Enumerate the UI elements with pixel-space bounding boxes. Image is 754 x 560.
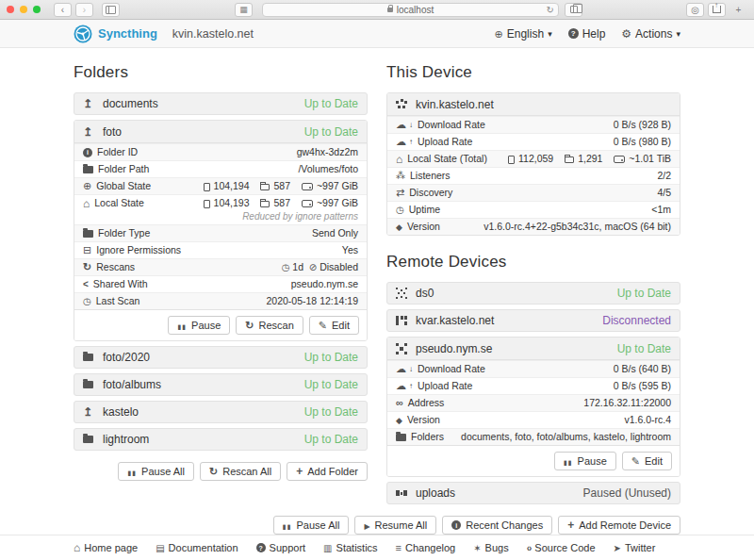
- code-icon: [527, 543, 532, 553]
- sidebar-toggle-button[interactable]: [102, 3, 120, 17]
- folder-row-documents[interactable]: documents Up to Date: [74, 92, 368, 115]
- detail-row: ↑Upload Rate 0 B/s (595 B): [387, 377, 680, 394]
- detail-row: Discovery 4/5: [387, 184, 680, 201]
- device-row-uploads[interactable]: uploads Paused (Unused): [386, 482, 680, 504]
- detail-row: Version v1.6.0-rc.4+22-g5b34c31c, macOS …: [387, 218, 680, 235]
- folder-path-value: /Volumes/foto: [298, 163, 358, 175]
- tag-icon: [396, 222, 402, 232]
- rescan-icon: [245, 321, 254, 331]
- caret-down-icon: ▾: [676, 29, 680, 39]
- footer-link-twitter[interactable]: Twitter: [614, 542, 656, 553]
- device-row-kvar[interactable]: kvar.kastelo.net Disconnected: [386, 309, 680, 332]
- sidebar-icon: [106, 6, 116, 14]
- folder-row-lightroom[interactable]: lightroom Up to Date: [74, 428, 368, 451]
- folders-title: Folders: [74, 63, 368, 82]
- privacy-report-button[interactable]: ◎: [686, 3, 704, 17]
- folder-row-foto[interactable]: foto Up to Date: [74, 121, 367, 143]
- help-label: Help: [582, 27, 606, 41]
- sitemap-icon: [396, 171, 405, 181]
- app-navbar: Syncthing kvin.kastelo.net English ▾ ? H…: [0, 20, 754, 48]
- reload-icon[interactable]: ↻: [547, 5, 554, 15]
- pause-all-devices-button[interactable]: Pause All: [273, 516, 350, 535]
- forward-button[interactable]: ›: [75, 3, 93, 17]
- folder-name: foto/2020: [103, 351, 150, 364]
- caret-down-icon: ▾: [548, 29, 552, 39]
- syncthing-brand[interactable]: Syncthing: [74, 25, 157, 43]
- folder-row-foto-2020[interactable]: foto/2020 Up to Date: [74, 346, 368, 369]
- device-identicon: [396, 343, 407, 354]
- this-device-panel: kvin.kastelo.net ↓Download Rate 0 B/s (9…: [386, 92, 680, 236]
- share-button[interactable]: ↑: [708, 3, 726, 17]
- folder-name: foto/albums: [103, 378, 161, 391]
- directories-icon: [260, 184, 270, 190]
- back-button[interactable]: ‹: [54, 3, 72, 17]
- url-text: localhost: [397, 5, 434, 15]
- device-row-ds0[interactable]: ds0 Up to Date: [386, 282, 680, 305]
- actions-menu[interactable]: Actions ▾: [621, 27, 680, 41]
- edit-device-button[interactable]: Edit: [622, 452, 672, 470]
- footer-link-home[interactable]: Home page: [74, 542, 138, 553]
- version-value: v1.6.0-rc.4: [624, 414, 671, 426]
- add-folder-button[interactable]: Add Folder: [287, 462, 368, 481]
- add-remote-device-button[interactable]: Add Remote Device: [558, 516, 680, 535]
- pause-all-folders-button[interactable]: Pause All: [118, 462, 194, 481]
- globe-icon: [495, 28, 503, 40]
- new-tab-button[interactable]: +: [729, 3, 747, 17]
- device-name: kvar.kastelo.net: [416, 314, 494, 327]
- rescan-icon: [209, 467, 218, 477]
- home-icon: [74, 542, 80, 553]
- folder-icon: [83, 436, 93, 443]
- footer-link-statistics[interactable]: Statistics: [323, 542, 377, 553]
- detail-row: ↓Download Rate 0 B/s (928 B): [387, 116, 680, 133]
- brand-label: Syncthing: [98, 26, 157, 41]
- storage-icon: [302, 200, 313, 207]
- rescan-button[interactable]: Rescan: [236, 316, 303, 335]
- recent-changes-button[interactable]: iRecent Changes: [442, 516, 552, 535]
- rescan-all-button[interactable]: Rescan All: [200, 462, 281, 481]
- rescans-value: 1d Disabled: [282, 261, 358, 273]
- folder-icon: [396, 434, 406, 441]
- upload-rate-value: 0 B/s (595 B): [614, 380, 671, 392]
- actions-label: Actions: [635, 27, 672, 41]
- last-scan-value: 2020-05-18 12:14:19: [267, 295, 359, 307]
- language-menu[interactable]: English ▾: [495, 27, 552, 41]
- info-icon: i: [451, 520, 461, 530]
- zoom-window-button[interactable]: [33, 6, 41, 13]
- detail-row: Ignore Permissions Yes: [74, 241, 367, 258]
- url-bar[interactable]: localhost ↻: [262, 3, 559, 17]
- edit-button[interactable]: Edit: [309, 316, 359, 335]
- this-device-row[interactable]: kvin.kastelo.net: [387, 93, 680, 116]
- ignore-permissions-value: Yes: [342, 244, 358, 256]
- footer-link-source-code[interactable]: Source Code: [527, 542, 596, 553]
- language-label: English: [507, 27, 544, 41]
- pause-button[interactable]: Pause: [168, 316, 230, 335]
- resume-all-button[interactable]: Resume All: [354, 516, 436, 535]
- footer-link-support[interactable]: ?Support: [256, 542, 306, 553]
- footer-link-documentation[interactable]: Documentation: [156, 542, 238, 553]
- folder-status: Up to Date: [304, 125, 358, 139]
- footer-link-changelog[interactable]: Changelog: [396, 542, 456, 553]
- help-menu[interactable]: ? Help: [568, 27, 606, 41]
- folder-status: Up to Date: [304, 351, 358, 364]
- close-window-button[interactable]: [7, 6, 14, 13]
- globe-icon: [83, 181, 91, 191]
- folder-row-foto-albums[interactable]: foto/albums Up to Date: [74, 373, 368, 396]
- minimize-window-button[interactable]: [20, 6, 27, 13]
- footer-link-bugs[interactable]: Bugs: [473, 542, 508, 553]
- device-name: uploads: [416, 486, 455, 500]
- device-row-pseudo[interactable]: pseudo.nym.se Up to Date: [387, 338, 680, 360]
- cloud-download-icon: [396, 120, 406, 130]
- device-status: Up to Date: [617, 342, 671, 355]
- syncthing-logo-icon: [74, 25, 92, 43]
- show-all-tabs-button[interactable]: [565, 3, 582, 17]
- folder-type-value: Send Only: [312, 227, 358, 239]
- folder-row-kastelo[interactable]: kastelo Up to Date: [74, 401, 368, 423]
- pause-device-button[interactable]: Pause: [554, 452, 616, 470]
- detail-row: Folder Type Send Only: [74, 224, 367, 241]
- bar-chart-icon: [323, 543, 332, 553]
- download-rate-value: 0 B/s (928 B): [614, 119, 671, 131]
- send-only-folder-icon: [83, 406, 92, 418]
- tab-overview-button[interactable]: ▦: [235, 3, 253, 17]
- files-icon: [508, 156, 515, 164]
- tabs-icon: [570, 6, 578, 13]
